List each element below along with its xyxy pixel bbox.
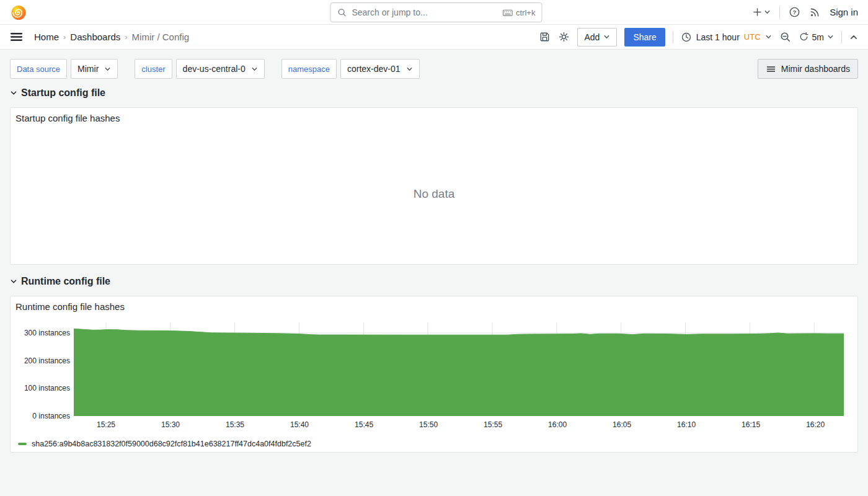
breadcrumb-current: Mimir / Config [132, 32, 190, 42]
panel-startup-config-file-hashes: Startup config file hashes No data [10, 107, 858, 265]
save-dashboard-button[interactable] [539, 31, 551, 43]
search-shortcut: ctrl+k [502, 7, 535, 18]
chevron-up-icon [849, 33, 858, 42]
legend-item[interactable]: sha256:a9b4b8ac831832f0f59000d68c92fcf81… [18, 440, 311, 448]
breadcrumb-home[interactable]: Home [34, 32, 59, 42]
chevron-down-icon [104, 66, 111, 73]
x-axis-tick-label: 15:55 [474, 420, 512, 429]
panel-title[interactable]: Startup config file hashes [11, 108, 857, 123]
x-axis-tick-label: 16:20 [797, 420, 834, 429]
chevron-down-icon [251, 66, 258, 73]
chevron-down-icon [765, 33, 772, 40]
y-axis-tick-label: 100 instances [24, 384, 70, 392]
dashboard-settings-button[interactable] [558, 31, 570, 43]
x-axis-tick-label: 15:30 [152, 420, 189, 429]
search-input[interactable]: Search or jump to... ctrl+k [330, 2, 542, 22]
top-nav-bar: Search or jump to... ctrl+k Sign in [0, 0, 868, 25]
datasource-variable: Data source Mimir [10, 59, 118, 79]
datasource-variable-label[interactable]: Data source [10, 59, 67, 79]
legend-series-marker [18, 443, 27, 445]
panel-title[interactable]: Runtime config file hashes [11, 296, 857, 312]
chevron-right-icon: › [125, 32, 127, 42]
y-axis-tick-label: 0 instances [32, 412, 70, 420]
chart-plot-area[interactable]: 15:2515:3015:3515:4015:4515:5015:5516:00… [74, 322, 844, 416]
mega-menu-toggle[interactable] [10, 30, 23, 43]
divider [673, 31, 673, 43]
row-runtime-config-file[interactable]: Runtime config file [10, 273, 858, 290]
refresh-icon [799, 32, 809, 42]
cluster-variable-select[interactable]: dev-us-central-0 [176, 59, 265, 79]
search-placeholder: Search or jump to... [352, 7, 497, 17]
new-button[interactable] [752, 7, 771, 17]
chart-y-axis: 0 instances100 instances200 instances300… [11, 322, 70, 416]
chevron-down-icon [764, 9, 771, 16]
chevron-down-icon [10, 89, 17, 97]
x-axis-tick-label: 16:00 [539, 420, 576, 429]
area-chart [74, 322, 844, 416]
menu-icon [10, 30, 23, 43]
x-axis-tick-label: 16:10 [668, 420, 705, 429]
gear-icon [558, 31, 570, 43]
row-startup-config-file[interactable]: Startup config file [10, 84, 858, 102]
sign-in-link[interactable]: Sign in [830, 7, 858, 17]
refresh-interval-label: 5m [812, 32, 824, 42]
add-panel-button[interactable]: Add [577, 28, 617, 46]
x-axis-tick-label: 15:40 [281, 420, 318, 429]
timezone-label: UTC [744, 32, 761, 42]
dashboard-toolbar-bar: Home › Dashboards › Mimir / Config Add S… [0, 25, 868, 50]
namespace-variable-label[interactable]: namespace [281, 59, 337, 79]
cluster-variable: cluster dev-us-central-0 [135, 59, 264, 79]
x-axis-tick-label: 15:45 [345, 420, 383, 429]
chevron-down-icon [827, 33, 834, 40]
datasource-variable-select[interactable]: Mimir [71, 59, 118, 79]
x-axis-tick-label: 16:05 [603, 420, 640, 429]
y-axis-tick-label: 300 instances [24, 329, 70, 337]
divider [779, 6, 780, 19]
x-axis-tick-label: 15:35 [216, 420, 254, 429]
news-icon [809, 6, 821, 18]
news-button[interactable] [809, 6, 821, 18]
zoom-out-time-button[interactable] [779, 31, 791, 43]
share-button[interactable]: Share [624, 28, 665, 46]
plus-icon [752, 7, 763, 17]
cluster-variable-label[interactable]: cluster [135, 59, 172, 79]
y-axis-tick-label: 200 instances [24, 356, 70, 365]
chevron-down-icon [10, 278, 17, 285]
section-title: Runtime config file [21, 276, 110, 287]
no-data-message: No data [11, 123, 857, 264]
chevron-down-icon [406, 66, 413, 73]
help-button[interactable] [789, 6, 800, 18]
x-axis-tick-label: 15:25 [87, 420, 125, 429]
collapse-toolbar-button[interactable] [849, 33, 858, 42]
list-icon [766, 64, 776, 74]
divider [841, 31, 842, 43]
breadcrumb-dashboards[interactable]: Dashboards [70, 32, 120, 42]
panel-runtime-config-file-hashes: Runtime config file hashes 0 instances10… [10, 296, 858, 453]
mimir-dashboards-button[interactable]: Mimir dashboards [758, 59, 858, 79]
time-range-picker[interactable]: Last 1 hour UTC [681, 32, 772, 43]
namespace-variable: namespace cortex-dev-01 [281, 59, 420, 79]
chevron-down-icon [603, 33, 610, 40]
variables-row: Data source Mimir cluster dev-us-central… [10, 59, 858, 79]
grafana-logo[interactable] [10, 4, 27, 21]
x-axis-tick-label: 16:15 [732, 420, 769, 429]
section-title: Startup config file [21, 87, 105, 99]
save-icon [539, 31, 551, 43]
x-axis-tick-label: 15:50 [410, 420, 447, 429]
breadcrumb: Home › Dashboards › Mimir / Config [34, 32, 189, 42]
clock-icon [681, 32, 692, 43]
search-icon [337, 7, 347, 17]
refresh-picker[interactable]: 5m [799, 32, 834, 42]
time-range-label: Last 1 hour [696, 32, 740, 42]
zoom-out-icon [779, 31, 791, 43]
keyboard-icon [502, 7, 513, 18]
help-icon [789, 6, 800, 18]
legend-series-label: sha256:a9b4b8ac831832f0f59000d68c92fcf81… [32, 440, 311, 448]
chevron-right-icon: › [63, 32, 66, 42]
namespace-variable-select[interactable]: cortex-dev-01 [340, 59, 420, 79]
